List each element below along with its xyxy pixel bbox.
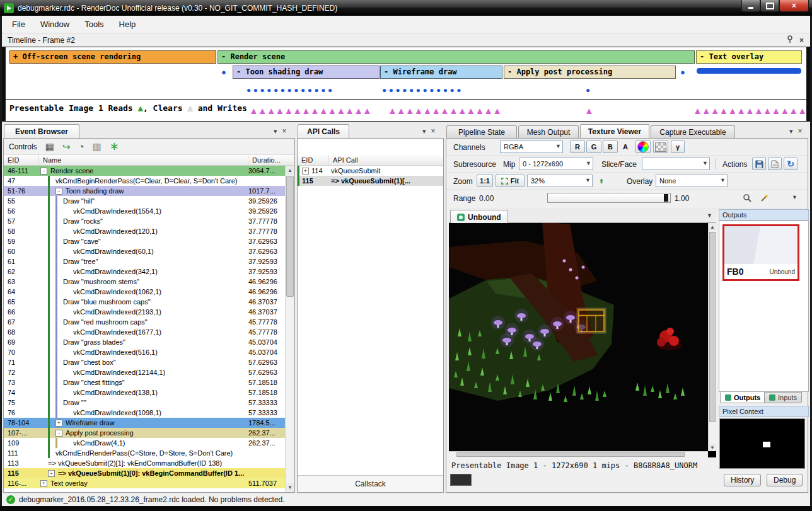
event-browser-column-header[interactable]: EID Name Duratio... <box>4 155 294 166</box>
channels-dropdown[interactable]: RGBA ▼ <box>500 141 563 153</box>
scrollbar-thumb[interactable] <box>286 176 294 297</box>
event-row[interactable]: 58vkCmdDrawIndexed(120,1)37.77778 <box>4 226 285 236</box>
scroll-down-icon[interactable]: ▼ <box>709 444 716 451</box>
column-api-call[interactable]: API Call <box>329 155 443 165</box>
event-row[interactable]: 56vkCmdDrawIndexed(1554,1)39.25926 <box>4 206 285 216</box>
fb0-thumbnail[interactable]: FB0 Unbound <box>722 224 799 281</box>
event-row[interactable]: 70vkCmdDrawIndexed(516,1)45.03704 <box>4 347 285 357</box>
channel-g-button[interactable]: G <box>586 141 601 153</box>
expand-icon[interactable]: + <box>302 168 309 175</box>
overlay-dropdown[interactable]: None ▼ <box>656 175 728 187</box>
menu-help[interactable]: Help <box>112 17 144 32</box>
bookmark-icon[interactable]: ∗ <box>110 142 119 151</box>
collapse-icon[interactable]: - <box>55 188 62 195</box>
autofit-range-button[interactable] <box>758 192 772 204</box>
tab-capture-executable[interactable]: Capture Executable <box>651 125 735 138</box>
column-name[interactable]: Name <box>39 155 248 165</box>
column-duration[interactable]: Duratio... <box>248 155 294 165</box>
event-row[interactable]: 63Draw "mushroom stems"46.96296 <box>4 277 285 287</box>
event-row[interactable]: 72vkCmdDrawIndexed(12144,1)57.62963 <box>4 367 285 377</box>
zoom-fit-button[interactable]: Fit <box>496 175 525 187</box>
event-row[interactable]: 59Draw "cave"37.62963 <box>4 236 285 246</box>
zoom-dropdown[interactable]: 32% ▼ <box>527 175 593 187</box>
event-row[interactable]: 57Draw "rocks"37.77778 <box>4 216 285 226</box>
chevron-down-icon[interactable]: ▾ <box>789 127 793 135</box>
history-button[interactable]: History <box>724 474 761 486</box>
chevron-down-icon[interactable]: ▾ <box>274 127 277 135</box>
timeline-marker-bar[interactable]: - Render scene <box>218 50 695 64</box>
event-row[interactable]: 46-111-Render scene3064.7... <box>4 166 285 176</box>
event-row[interactable]: 61Draw "tree"37.92593 <box>4 256 285 267</box>
scroll-up-icon[interactable]: ▲ <box>709 223 716 231</box>
api-calls-column-header[interactable]: EID API Call <box>298 155 443 166</box>
event-row[interactable]: 111vkCmdEndRenderPass(C=Store, D=Store, … <box>4 448 285 458</box>
texture-viewport[interactable]: ▲ ▼ <box>449 223 716 457</box>
event-row[interactable]: 115-=> vkQueueSubmit(1)[0]: vkBeginComma… <box>4 468 285 478</box>
timeline-panel-header[interactable]: Timeline - Frame #2 × <box>2 33 810 47</box>
background-checker-button[interactable] <box>653 141 668 153</box>
zoom-1to1-button[interactable]: 1:1 <box>477 175 493 187</box>
collapse-icon[interactable]: - <box>48 470 55 477</box>
title-bar[interactable]: debugmarker.rdc - RenderDoc Unofficial r… <box>0 0 812 16</box>
tab-pipeline-state[interactable]: Pipeline State <box>446 125 517 138</box>
tab-api-calls[interactable]: API Calls <box>298 124 349 138</box>
export-texture-button[interactable] <box>768 158 782 170</box>
menu-file[interactable]: File <box>4 17 33 32</box>
minimize-button[interactable] <box>741 0 760 12</box>
api-call-row[interactable]: +114vkQueueSubmit <box>298 166 443 176</box>
channel-r-button[interactable]: R <box>570 141 585 153</box>
range-slider[interactable] <box>547 193 671 203</box>
event-row[interactable]: 67Draw "red mushroom caps"45.77778 <box>4 317 285 327</box>
tab-unbound-texture[interactable]: Unbound <box>450 210 508 224</box>
event-row[interactable]: 64vkCmdDrawIndexed(1062,1)46.96296 <box>4 287 285 297</box>
time-durations-icon[interactable]: ◔ <box>78 142 84 151</box>
scroll-down-icon[interactable]: ▼ <box>286 483 294 492</box>
scrollbar-thumb[interactable] <box>456 452 685 457</box>
event-row[interactable]: 68vkCmdDrawIndexed(1677,1)45.77778 <box>4 327 285 337</box>
menu-window[interactable]: Window <box>33 17 77 32</box>
event-row[interactable]: 69Draw "grass blades"45.03704 <box>4 337 285 347</box>
goto-eid-icon[interactable]: ↪ <box>62 142 71 151</box>
zoom-range-button[interactable] <box>740 192 754 204</box>
callstack-section[interactable]: Callstack <box>298 475 443 492</box>
viewport-horizontal-scrollbar[interactable] <box>449 451 708 457</box>
close-icon[interactable]: × <box>282 127 287 135</box>
event-browser-scrollbar[interactable]: ▲ ▼ <box>285 166 294 492</box>
scroll-up-icon[interactable]: ▲ <box>286 166 294 175</box>
column-eid[interactable]: EID <box>4 155 39 165</box>
api-call-row[interactable]: 115=> vkQueueSubmit(1)[... <box>298 176 443 186</box>
event-row[interactable]: 51-76-Toon shading draw1017.7... <box>4 186 285 196</box>
pixel-context-view[interactable] <box>719 418 805 469</box>
event-row[interactable]: 116-...+Text overlay511.7037 <box>4 478 285 488</box>
alpha-channel-button[interactable]: A <box>619 141 632 153</box>
event-row[interactable]: 73Draw "chest fittings"57.18518 <box>4 377 285 388</box>
event-row[interactable]: 62vkCmdDrawIndexed(342,1)37.92593 <box>4 267 285 277</box>
close-button[interactable]: × <box>779 0 809 12</box>
tab-event-browser[interactable]: Event Browser <box>4 124 79 138</box>
event-row[interactable]: 109vkCmdDraw(4,1)262.37... <box>4 438 285 448</box>
scrollbar-thumb[interactable] <box>709 232 716 422</box>
timeline-marker-bar[interactable]: - Wireframe draw <box>380 66 502 79</box>
save-texture-button[interactable] <box>752 158 766 170</box>
tab-mesh-output[interactable]: Mesh Output <box>518 125 579 138</box>
expand-icon[interactable]: + <box>40 480 47 487</box>
close-icon[interactable]: × <box>798 127 803 135</box>
timeline-marker-bar[interactable]: - Apply post processing <box>504 66 676 79</box>
channel-b-button[interactable]: B <box>603 141 618 153</box>
tab-texture-viewer[interactable]: Texture Viewer <box>580 124 649 138</box>
mip-dropdown[interactable]: 0 - 1272x690 ▼ <box>519 158 593 170</box>
event-row[interactable]: 113=> vkQueueSubmit(2)[1]: vkEndCommandB… <box>4 458 285 468</box>
toolbar-overflow-icon[interactable]: ▼ <box>792 194 798 200</box>
event-row[interactable]: 76vkCmdDrawIndexed(1098,1)57.33333 <box>4 408 285 418</box>
gamma-button[interactable]: γ <box>671 141 685 153</box>
flip-y-button[interactable]: ▲▼ <box>596 175 606 187</box>
maximize-button[interactable] <box>760 0 779 12</box>
collapse-icon[interactable]: - <box>55 430 62 437</box>
refresh-button[interactable]: ↻ <box>784 158 798 170</box>
stats-icon[interactable]: ▥ <box>93 142 102 151</box>
event-row[interactable]: 55Draw "hill"39.25926 <box>4 196 285 206</box>
event-row[interactable]: 75Draw ""57.33333 <box>4 398 285 408</box>
event-row[interactable]: 74vkCmdDrawIndexed(138,1)57.18518 <box>4 388 285 398</box>
pin-icon[interactable] <box>787 35 793 45</box>
color-wheel-button[interactable] <box>635 141 651 153</box>
